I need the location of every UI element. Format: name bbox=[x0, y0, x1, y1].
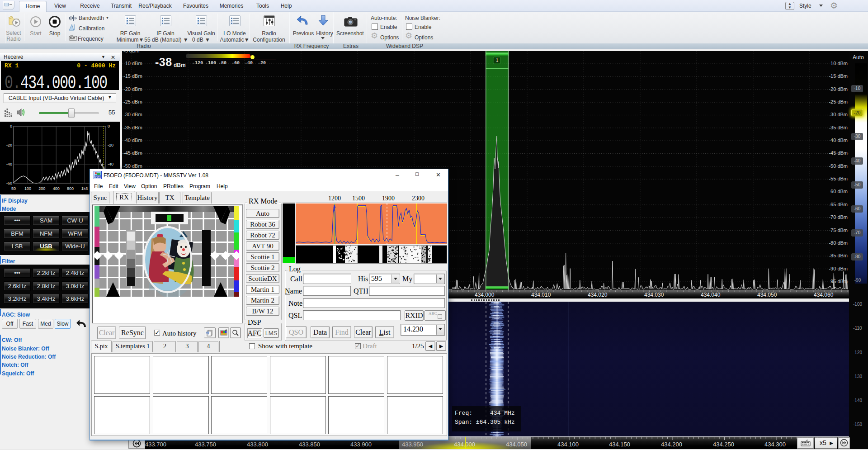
svg-text:400: 400 bbox=[53, 186, 60, 191]
svg-text:0: 0 bbox=[10, 124, 12, 128]
svg-text:50: 50 bbox=[11, 186, 16, 191]
svg-text:-20: -20 bbox=[6, 143, 12, 147]
svg-text:-40: -40 bbox=[108, 162, 113, 166]
svg-text:800: 800 bbox=[67, 186, 74, 191]
svg-text:-40: -40 bbox=[6, 162, 12, 166]
svg-text:SSTV: SSTV bbox=[94, 176, 101, 179]
svg-text:-60: -60 bbox=[6, 181, 12, 185]
svg-text:100: 100 bbox=[24, 186, 31, 191]
svg-text:1: 1 bbox=[496, 58, 499, 63]
svg-text:200: 200 bbox=[38, 186, 45, 191]
svg-text:-20: -20 bbox=[108, 143, 113, 147]
svg-text:0: 0 bbox=[108, 124, 110, 128]
svg-text:1k6: 1k6 bbox=[81, 186, 88, 191]
